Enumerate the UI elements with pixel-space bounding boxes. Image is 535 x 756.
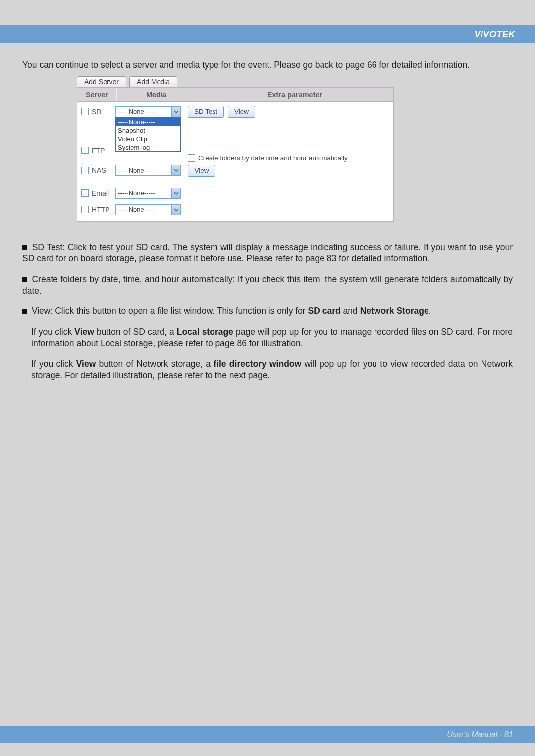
bullet-icon bbox=[22, 277, 27, 282]
select-sd-value: -----None----- bbox=[118, 108, 155, 115]
select-email[interactable]: -----None----- bbox=[115, 188, 181, 199]
footer: User's Manual - 81 bbox=[447, 730, 513, 739]
p4a: If you click bbox=[31, 327, 74, 337]
header-server: Server bbox=[77, 88, 117, 101]
brand-label: VIVOTEK bbox=[474, 29, 515, 40]
label-ftp: FTP bbox=[92, 147, 115, 154]
create-folders-label: Create folders by date time and hour aut… bbox=[198, 154, 348, 162]
option-none[interactable]: -----None----- bbox=[116, 118, 180, 126]
intro-text: You can continue to select a server and … bbox=[22, 59, 513, 71]
checkbox-ftp[interactable] bbox=[81, 147, 89, 154]
p3d: Network Storage bbox=[360, 306, 429, 316]
select-http[interactable]: -----None----- bbox=[115, 204, 181, 215]
tab-add-media[interactable]: Add Media bbox=[129, 76, 177, 87]
p3c: and bbox=[341, 306, 360, 316]
extra-sd: SD Test View bbox=[188, 106, 255, 118]
option-snapshot[interactable]: Snapshot bbox=[116, 126, 180, 135]
checkbox-sd[interactable] bbox=[81, 108, 89, 115]
label-sd: SD bbox=[92, 108, 115, 116]
para-view: View: Click this button to open a file l… bbox=[22, 305, 513, 317]
tab-add-server[interactable]: Add Server bbox=[77, 76, 126, 87]
chevron-down-icon bbox=[171, 165, 180, 175]
config-panel: Add Server Add Media Server Media Extra … bbox=[77, 76, 394, 222]
row-sd: SD -----None----- -----None----- Snapsho… bbox=[81, 106, 389, 118]
option-videoclip[interactable]: Video Clip bbox=[116, 135, 180, 143]
row-nas: NAS -----None----- Create folders by dat… bbox=[81, 159, 389, 182]
p4b: View bbox=[74, 327, 94, 337]
rows-container: SD -----None----- -----None----- Snapsho… bbox=[77, 102, 394, 222]
chevron-down-icon bbox=[171, 188, 180, 198]
para-view-nas: If you click View button of Network stor… bbox=[22, 358, 513, 382]
header-bar: VIVOTEK bbox=[0, 25, 535, 43]
body-text: SD Test: Click to test your SD card. The… bbox=[22, 242, 513, 382]
grid-header: Server Media Extra parameter bbox=[77, 87, 394, 102]
create-folder-line: Create folders by date time and hour aut… bbox=[188, 154, 348, 162]
bullet-icon bbox=[22, 309, 27, 314]
select-nas-value: -----None----- bbox=[118, 167, 155, 174]
p5c: button of Network storage, a bbox=[96, 359, 214, 369]
page-content: You can continue to select a server and … bbox=[22, 59, 513, 391]
p1-text: SD Test: Click to test your SD card. The… bbox=[22, 242, 513, 263]
p4c: button of SD card, a bbox=[94, 327, 177, 337]
p5b: View bbox=[76, 359, 96, 369]
bullet-icon bbox=[22, 245, 27, 250]
dropdown-sd-options[interactable]: -----None----- Snapshot Video Clip Syste… bbox=[115, 117, 181, 152]
para-view-sd: If you click View button of SD card, a L… bbox=[22, 326, 513, 350]
para-createfolders: Create folders by date, time, and hour a… bbox=[22, 274, 513, 297]
select-http-value: -----None----- bbox=[118, 206, 155, 213]
select-nas[interactable]: -----None----- bbox=[115, 165, 181, 176]
p3e: . bbox=[429, 306, 431, 316]
sd-test-button[interactable]: SD Test bbox=[188, 106, 224, 118]
sd-view-button[interactable]: View bbox=[228, 106, 255, 118]
chevron-down-icon bbox=[171, 205, 180, 215]
extra-nas: Create folders by date time and hour aut… bbox=[188, 154, 348, 177]
p3a: View: Click this button to open a file l… bbox=[32, 306, 308, 316]
select-wrap-sd: -----None----- -----None----- Snapshot V… bbox=[115, 106, 181, 117]
tab-row: Add Server Add Media bbox=[77, 76, 394, 87]
select-sd[interactable]: -----None----- bbox=[115, 106, 181, 117]
p4d: Local storage bbox=[177, 327, 233, 337]
label-http: HTTP bbox=[92, 206, 115, 214]
p5d: file directory window bbox=[214, 359, 301, 369]
option-systemlog[interactable]: System log bbox=[116, 143, 180, 151]
label-nas: NAS bbox=[92, 166, 115, 174]
checkbox-create-folders[interactable] bbox=[188, 154, 195, 162]
row-email: Email -----None----- bbox=[81, 188, 389, 199]
row-http: HTTP -----None----- bbox=[81, 204, 389, 215]
checkbox-nas[interactable] bbox=[81, 167, 89, 174]
select-email-value: -----None----- bbox=[118, 189, 155, 197]
chevron-down-icon bbox=[171, 107, 180, 117]
header-extra: Extra parameter bbox=[196, 88, 393, 101]
p3b: SD card bbox=[308, 306, 341, 316]
checkbox-http[interactable] bbox=[81, 206, 89, 213]
checkbox-email[interactable] bbox=[81, 189, 89, 197]
para-sdtest: SD Test: Click to test your SD card. The… bbox=[22, 242, 513, 265]
header-media: Media bbox=[117, 88, 196, 101]
footer-page: 81 bbox=[504, 730, 513, 739]
p2-text: Create folders by date, time, and hour a… bbox=[22, 274, 513, 296]
nas-view-button[interactable]: View bbox=[188, 165, 215, 177]
label-email: Email bbox=[92, 189, 115, 197]
footer-label: User's Manual - bbox=[447, 730, 504, 739]
p5a: If you click bbox=[31, 359, 76, 369]
